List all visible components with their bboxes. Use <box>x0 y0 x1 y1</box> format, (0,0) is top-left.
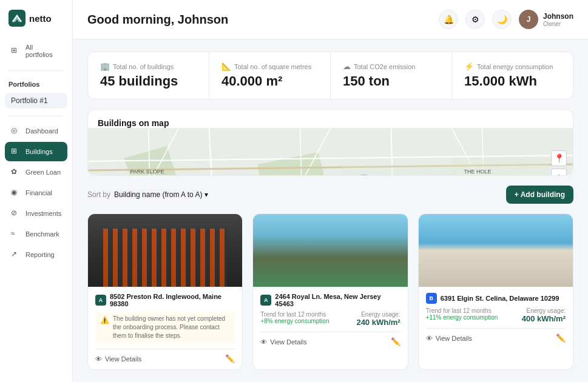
card-body-2: A 2464 Royal Ln. Mesa, New Jersey 45463 … <box>253 287 407 352</box>
user-name: Johnson <box>543 12 573 21</box>
add-building-button[interactable]: + Add building <box>506 186 573 204</box>
avatar-info: Johnson Owner <box>543 12 573 27</box>
sort-label: Sort by <box>87 190 110 199</box>
logo-icon <box>8 10 25 27</box>
theme-toggle-button[interactable]: 🌙 <box>492 10 512 29</box>
sort-control: Sort by Building name (from A to A) ▾ <box>87 190 208 199</box>
stat-energy: ⚡ Total energy consumption 15.000 kWh <box>452 52 573 99</box>
sidebar-item-buildings[interactable]: ⊞ Buildings <box>5 142 67 161</box>
view-details-button-1[interactable]: 👁 View Details <box>95 355 141 363</box>
sidebar-divider-2 <box>8 116 64 116</box>
stat-co2-value: 150 ton <box>343 73 439 89</box>
portfolios-section-label: Portfolios <box>0 76 72 90</box>
financial-icon: ◉ <box>11 188 21 198</box>
card-body-3: B 6391 Elgin St. Celina, Delaware 10299 … <box>419 287 573 349</box>
sidebar-item-label: Buildings <box>25 148 53 155</box>
view-details-button-3[interactable]: 👁 View Details <box>426 335 472 342</box>
trend-value-3: +11% energy consumption <box>426 314 498 321</box>
header-actions: 🔔 ⚙ 🌙 J Johnson Owner <box>439 10 573 29</box>
building-address-1: 8502 Preston Rd. Inglewood, Maine 98380 <box>110 293 235 307</box>
reporting-icon: ↗ <box>11 250 21 260</box>
map-pin-button[interactable]: 📍 <box>551 150 567 166</box>
sidebar-item-label: Dashboard <box>25 127 58 135</box>
sidebar-item-label: Green Loan <box>25 169 61 176</box>
building-address-3: 6391 Elgin St. Celina, Delaware 10299 <box>441 295 559 302</box>
sidebar-nav: ◎ Dashboard ⊞ Buildings ✿ Green Loan ◉ F… <box>0 121 72 264</box>
map-zoom-in-button[interactable]: + <box>551 169 567 176</box>
stats-bar: 🏢 Total no. of buildings 45 buildings 📐 … <box>87 52 573 99</box>
sidebar-item-label: Investments <box>25 210 61 217</box>
warning-text-1: The building owner has not yet completed… <box>113 315 230 340</box>
stat-buildings: 🏢 Total no. of buildings 45 buildings <box>88 52 209 99</box>
map-controls: 📍 + − ⛶ <box>551 150 567 176</box>
logo: netto <box>0 10 72 39</box>
co2-stat-icon: ☁ <box>343 62 351 71</box>
svg-text:THE HOLE: THE HOLE <box>464 169 492 175</box>
sidebar-item-label: Financial <box>25 189 52 196</box>
sidebar-item-investments[interactable]: ⊘ Investments <box>5 204 67 223</box>
map-container[interactable]: PARK SLOPE SOUTH SLOPE CROWN HEIGHTS PRO… <box>88 128 573 176</box>
card-footer-1: 👁 View Details ✏️ <box>95 349 235 363</box>
energy-value-3: 400 kWh/m² <box>522 314 566 323</box>
buildings-icon: ⊞ <box>11 147 21 156</box>
user-avatar[interactable]: J Johnson Owner <box>519 10 573 29</box>
card-footer-2: 👁 View Details ✏️ <box>260 332 400 346</box>
settings-button[interactable]: ⚙ <box>465 10 485 29</box>
sidebar-item-green-loan[interactable]: ✿ Green Loan <box>5 163 67 182</box>
edit-icon-1[interactable]: ✏️ <box>225 354 235 363</box>
card-address-3: B 6391 Elgin St. Celina, Delaware 10299 <box>426 293 566 304</box>
svg-text:PARK SLOPE: PARK SLOPE <box>130 169 164 175</box>
view-details-button-2[interactable]: 👁 View Details <box>260 338 306 346</box>
warning-icon: ⚠️ <box>100 315 109 326</box>
building-badge-2: A <box>260 295 271 306</box>
trend-label-3: Trend for last 12 months <box>426 307 498 314</box>
buildings-controls: Sort by Building name (from A to A) ▾ + … <box>87 186 573 204</box>
all-portfolios-btn[interactable]: ⊞ All portfolios <box>5 39 67 63</box>
sidebar-item-dashboard[interactable]: ◎ Dashboard <box>5 121 67 141</box>
user-role: Owner <box>543 21 573 27</box>
edit-icon-3[interactable]: ✏️ <box>556 333 566 343</box>
stat-sqm-label: 📐 Total no. of square metres <box>221 62 318 71</box>
buildings-stat-icon: 🏢 <box>100 62 110 71</box>
map-visual: PARK SLOPE SOUTH SLOPE CROWN HEIGHTS PRO… <box>88 128 573 176</box>
chevron-down-icon: ▾ <box>204 190 208 199</box>
sidebar-item-financial[interactable]: ◉ Financial <box>5 183 67 203</box>
building-card-2: A 2464 Royal Ln. Mesa, New Jersey 45463 … <box>252 213 408 370</box>
card-warning-1: ⚠️ The building owner has not yet comple… <box>95 311 235 344</box>
sort-dropdown[interactable]: Building name (from A to A) ▾ <box>114 190 208 199</box>
portfolios-icon: ⊞ <box>11 46 21 56</box>
header: Good morning, Johnson 🔔 ⚙ 🌙 J Johnson Ow… <box>73 0 588 39</box>
building-badge-3: B <box>426 293 437 304</box>
card-address-2: A 2464 Royal Ln. Mesa, New Jersey 45463 <box>260 293 400 307</box>
avatar-initials: J <box>527 15 531 24</box>
card-trend-3: Trend for last 12 months +11% energy con… <box>426 307 566 323</box>
content-area: 🏢 Total no. of buildings 45 buildings 📐 … <box>73 39 588 382</box>
benchmark-icon: ≈ <box>11 229 21 239</box>
building-image-3 <box>419 214 573 287</box>
card-footer-3: 👁 View Details ✏️ <box>426 328 566 343</box>
building-image-1 <box>88 214 242 287</box>
portfolio-item[interactable]: Portfolio #1 <box>5 93 67 109</box>
eye-icon-2: 👁 <box>260 338 267 346</box>
edit-icon-2[interactable]: ✏️ <box>391 337 400 346</box>
map-section: Buildings on map <box>87 109 573 176</box>
building-card-1: A 8502 Preston Rd. Inglewood, Maine 9838… <box>87 213 243 370</box>
sidebar-item-benchmark[interactable]: ≈ Benchmark <box>5 224 67 244</box>
sidebar-item-reporting[interactable]: ↗ Reporting <box>5 245 67 264</box>
sidebar-item-label: Benchmark <box>25 230 59 238</box>
eye-icon-3: 👁 <box>426 335 433 342</box>
energy-label-2: Energy usage: <box>356 311 400 318</box>
sidebar: netto ⊞ All portfolios Portfolios Portfo… <box>0 0 73 382</box>
notifications-button[interactable]: 🔔 <box>439 10 458 29</box>
building-badge-1: A <box>95 295 106 306</box>
building-image-2 <box>253 214 407 287</box>
green-loan-icon: ✿ <box>11 167 21 177</box>
stat-co2: ☁ Total CO2e emission 150 ton <box>331 52 452 99</box>
energy-label-3: Energy usage: <box>522 307 566 314</box>
card-body-1: A 8502 Preston Rd. Inglewood, Maine 9838… <box>88 287 242 369</box>
stat-energy-value: 15.000 kWh <box>464 73 561 89</box>
energy-stat-icon: ⚡ <box>464 62 474 71</box>
logo-text: netto <box>29 13 52 24</box>
eye-icon: 👁 <box>95 355 102 363</box>
card-trend-2: Trend for last 12 months +8% energy cons… <box>260 311 400 327</box>
